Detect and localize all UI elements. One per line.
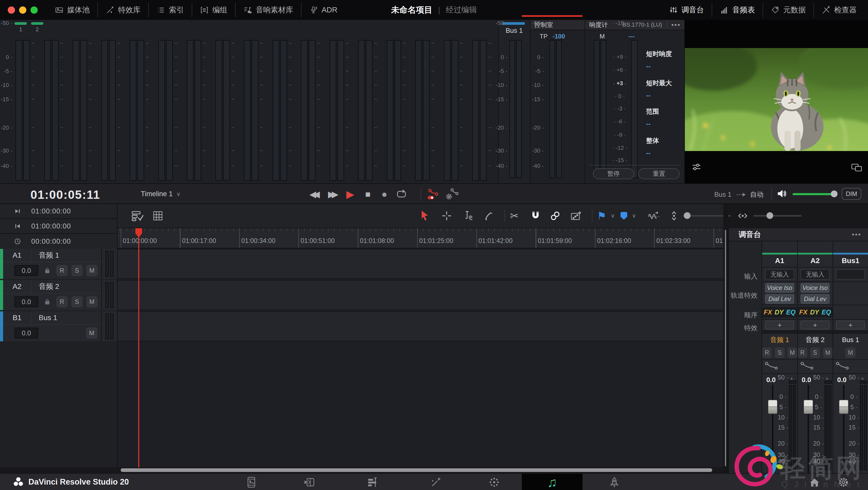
dim-button[interactable]: DIM xyxy=(842,188,861,200)
horizontal-zoom-icon[interactable] xyxy=(736,208,750,223)
vertical-zoom-knob[interactable] xyxy=(684,212,690,219)
range-selection-tool-icon[interactable] xyxy=(461,208,475,223)
track-fx-button[interactable]: Dial Lev xyxy=(765,294,794,304)
fast-forward-button[interactable]: ▶▶ xyxy=(325,188,338,201)
razor-scissors-icon[interactable]: ✂ xyxy=(507,208,522,223)
play-button[interactable]: ▶ xyxy=(344,188,357,201)
snapping-magnet-icon[interactable] xyxy=(528,208,543,223)
home-icon[interactable] xyxy=(808,476,821,489)
channel-input-select[interactable]: 无输入 xyxy=(801,269,830,280)
timeline-lanes[interactable] xyxy=(118,249,723,467)
track-state-button[interactable]: R xyxy=(56,265,68,276)
grid-view-icon[interactable] xyxy=(151,208,165,223)
lock-icon[interactable] xyxy=(43,267,51,274)
track-gain-field[interactable]: 0.0 xyxy=(14,328,38,338)
timeline-vertical-scrollbar[interactable] xyxy=(725,230,726,466)
rewind-button[interactable]: ◀◀ xyxy=(306,188,320,201)
track-gain-field[interactable]: 0.0 xyxy=(14,265,38,276)
linked-selection-icon[interactable] xyxy=(548,208,562,223)
deliver-page-icon[interactable] xyxy=(608,476,621,489)
adr-toggle[interactable]: ADR xyxy=(301,3,345,17)
channel-input-select[interactable] xyxy=(836,269,865,280)
processing-order[interactable]: FXDYEQ xyxy=(796,307,834,318)
duration-row[interactable]: 00:00:00:00 xyxy=(0,234,117,249)
track-state-button[interactable]: M xyxy=(86,327,97,339)
viewer-mix-controls-icon[interactable] xyxy=(691,161,702,172)
media-page-icon[interactable] xyxy=(245,476,258,489)
record-button[interactable]: ● xyxy=(378,188,391,201)
settings-gear-icon[interactable] xyxy=(837,476,850,489)
sound-library-toggle[interactable]: 音响素材库 xyxy=(235,3,301,17)
metadata-toggle[interactable]: 元数据 xyxy=(763,3,813,17)
timeline-horizontal-scrollbar[interactable] xyxy=(121,468,712,472)
track-header[interactable]: A1 音频 1 0.0 RSM xyxy=(0,249,117,279)
track-state-button[interactable]: M xyxy=(86,296,98,307)
selection-tool-cursor-icon[interactable] xyxy=(417,208,432,223)
channel-name[interactable]: 音频 1 xyxy=(762,333,797,346)
add-effect-button[interactable]: + xyxy=(836,321,865,329)
fader-knob[interactable] xyxy=(803,400,813,414)
flag-clips-keyframe-icon[interactable] xyxy=(569,208,584,223)
channel-state-button[interactable]: S xyxy=(810,348,820,358)
pan-control[interactable] xyxy=(762,359,797,374)
timeline-ruler[interactable]: 01:00:00:0001:00:17:0001:00:34:0001:00:5… xyxy=(118,228,723,248)
add-effect-button[interactable]: + xyxy=(765,321,794,329)
add-effect-button[interactable]: + xyxy=(801,321,830,329)
track-state-button[interactable]: M xyxy=(86,265,98,276)
automation-toggle-icon[interactable] xyxy=(426,188,440,201)
media-pool-toggle[interactable]: 媒体池 xyxy=(47,3,97,17)
track-gain-field[interactable]: 0.0 xyxy=(14,296,38,307)
groups-toggle[interactable]: 编组 xyxy=(192,3,235,17)
automation-settings-icon[interactable] xyxy=(445,188,459,201)
stop-button[interactable]: ■ xyxy=(361,188,375,201)
channel-state-button[interactable]: R xyxy=(798,348,807,358)
fusion-page-icon[interactable] xyxy=(430,476,442,489)
track-lane[interactable] xyxy=(118,249,723,279)
channel-state-button[interactable]: M xyxy=(788,348,797,358)
pencil-tool-icon[interactable] xyxy=(482,208,496,223)
inspector-toggle[interactable]: 检查器 xyxy=(813,3,864,17)
loudness-reset-button[interactable]: 重置 xyxy=(638,168,680,179)
channel-state-button[interactable]: S xyxy=(775,348,784,358)
monitor-volume-knob[interactable] xyxy=(831,191,838,197)
loudness-pause-button[interactable]: 暂停 xyxy=(593,168,634,179)
channel-name[interactable]: 音频 2 xyxy=(798,333,833,346)
processing-order[interactable]: FXDYEQ xyxy=(761,307,799,318)
track-header[interactable]: B1 Bus 1 0.0 M xyxy=(0,312,117,341)
track-state-button[interactable]: S xyxy=(71,265,83,276)
maximize-window-button[interactable] xyxy=(30,6,38,14)
track-fx-button[interactable]: Voice Iso xyxy=(801,283,830,293)
speaker-icon[interactable] xyxy=(775,187,788,200)
waveform-view-icon[interactable] xyxy=(647,208,661,223)
fader-value[interactable]: 0.0 xyxy=(837,376,846,384)
in-point-row[interactable]: 01:00:00:00 xyxy=(0,219,117,234)
track-lane[interactable] xyxy=(118,280,723,310)
mixer-panel-toggle[interactable]: 调音台 xyxy=(661,3,712,17)
cut-page-icon[interactable] xyxy=(303,476,316,489)
fader-value[interactable]: 0.0 xyxy=(802,376,811,384)
channel-input-select[interactable]: 无输入 xyxy=(765,269,794,280)
close-window-button[interactable] xyxy=(8,6,15,14)
pan-control[interactable] xyxy=(798,359,833,374)
out-point-row[interactable]: 01:00:00:00 xyxy=(0,204,117,219)
track-list-check-icon[interactable] xyxy=(130,208,145,223)
loop-button[interactable] xyxy=(395,188,408,201)
monitor-volume-slider[interactable] xyxy=(793,193,837,195)
flag-icon[interactable]: ⚑ xyxy=(594,208,609,223)
monitor-route[interactable]: Bus 1 自动 xyxy=(714,190,764,199)
fader-knob[interactable] xyxy=(768,400,778,414)
edit-page-icon[interactable] xyxy=(366,476,379,489)
fader-value[interactable]: 0.0 xyxy=(766,376,776,384)
track-fx-button[interactable]: Voice Iso xyxy=(765,283,794,293)
dual-screen-icon[interactable] xyxy=(851,162,862,173)
audio-meters-toggle[interactable]: 音频表 xyxy=(712,3,763,17)
fairlight-page-active-block[interactable]: ♫ xyxy=(522,474,583,490)
channel-state-button[interactable]: M xyxy=(845,348,856,358)
marker-chevron-icon[interactable]: ∨ xyxy=(630,208,638,223)
minimize-window-button[interactable] xyxy=(19,6,26,14)
index-toggle[interactable]: 索引 xyxy=(148,3,192,17)
track-name[interactable]: 音频 2 xyxy=(32,282,59,291)
pan-control[interactable] xyxy=(833,359,868,374)
trim-tool-icon[interactable] xyxy=(439,208,454,223)
channel-state-button[interactable]: R xyxy=(762,348,772,358)
